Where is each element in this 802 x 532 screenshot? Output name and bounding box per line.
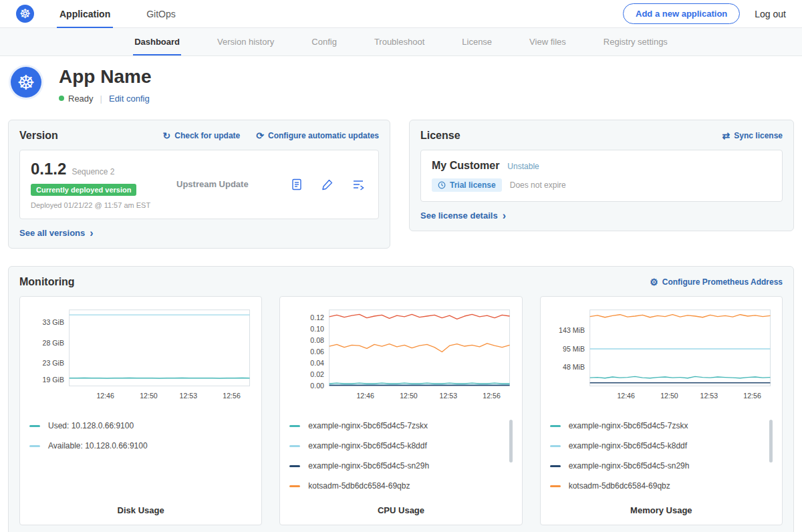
legend-item: example-nginx-5bc6f5d4c5-sn29h xyxy=(549,456,763,476)
svg-text:0.00: 0.00 xyxy=(311,382,325,390)
legend-color-dash xyxy=(29,425,40,427)
add-application-button[interactable]: Add a new application xyxy=(623,3,740,24)
subtab-config[interactable]: Config xyxy=(310,28,338,55)
svg-text:0.06: 0.06 xyxy=(311,348,325,356)
logout-link[interactable]: Log out xyxy=(755,9,786,19)
release-notes-icon[interactable] xyxy=(290,178,303,191)
edit-config-link[interactable]: Edit config xyxy=(109,94,150,104)
subtab-version-history[interactable]: Version history xyxy=(216,28,275,55)
chevron-right-icon: › xyxy=(90,228,93,239)
legend-label: example-nginx-5bc6f5d4c5-k8ddf xyxy=(569,441,687,450)
legend-scrollbar[interactable] xyxy=(769,420,773,462)
deploy-logs-icon[interactable] xyxy=(352,178,365,191)
legend-color-dash xyxy=(550,425,561,427)
svg-text:28 GiB: 28 GiB xyxy=(43,339,64,347)
legend-label: kotsadm-5db6dc6584-69qbz xyxy=(569,481,670,491)
svg-text:12:53: 12:53 xyxy=(700,392,718,400)
svg-text:19 GiB: 19 GiB xyxy=(43,376,64,384)
dashboard-cards-row: Version ↻ Check for update ⟳ Configure a… xyxy=(0,116,802,249)
svg-text:12:53: 12:53 xyxy=(440,392,458,400)
see-all-versions-label: See all versions xyxy=(19,228,85,238)
svg-text:48 MiB: 48 MiB xyxy=(563,364,585,372)
legend-label: Available: 10.128.0.66:9100 xyxy=(48,441,148,450)
memory-usage-chart: 48 MiB95 MiB143 MiB12:4612:5012:5312:56 xyxy=(549,303,774,412)
configure-prometheus-label: Configure Prometheus Address xyxy=(662,277,783,287)
top-nav: ☸ Application GitOps Add a new applicati… xyxy=(0,0,802,28)
customer-name: My Customer xyxy=(432,160,499,172)
legend-label: example-nginx-5bc6f5d4c5-7zskx xyxy=(569,421,688,430)
disk-usage-chart: 19 GiB23 GiB28 GiB33 GiB12:4612:5012:531… xyxy=(28,303,253,412)
legend-label: example-nginx-5bc6f5d4c5-k8ddf xyxy=(308,441,426,450)
charts-row: 19 GiB23 GiB28 GiB33 GiB12:4612:5012:531… xyxy=(19,296,783,525)
legend-item: example-nginx-5bc6f5d4c5-k8ddf xyxy=(549,436,763,456)
legend-label: example-nginx-5bc6f5d4c5-sn29h xyxy=(308,461,429,471)
legend-item: example-nginx-5bc6f5d4c5-7zskx xyxy=(288,416,503,436)
tab-gitops[interactable]: GitOps xyxy=(144,0,178,28)
cpu-usage-chart-card: 0.000.020.040.060.080.100.1212:4612:5012… xyxy=(279,296,522,525)
legend-color-dash xyxy=(29,445,40,447)
monitoring-card: Monitoring ⚙ Configure Prometheus Addres… xyxy=(8,266,794,532)
svg-text:12:46: 12:46 xyxy=(617,392,635,400)
see-license-details-link[interactable]: See license details › xyxy=(420,211,506,221)
status-dot xyxy=(59,96,64,101)
legend-item: kotsadm-5db6dc6584-69qbz xyxy=(288,476,503,496)
svg-text:143 MiB: 143 MiB xyxy=(559,326,585,334)
license-panel: My Customer Unstable Trial license Does … xyxy=(420,150,783,202)
current-version-panel: 0.1.2 Sequence 2 Currently deployed vers… xyxy=(19,150,379,219)
auto-update-icon: ⟳ xyxy=(256,131,264,140)
deployed-version-badge: Currently deployed version xyxy=(31,184,136,196)
clock-icon xyxy=(438,181,446,189)
sync-icon: ⇄ xyxy=(722,131,730,140)
version-card: Version ↻ Check for update ⟳ Configure a… xyxy=(8,120,390,249)
subtab-registry-settings[interactable]: Registry settings xyxy=(602,28,669,55)
svg-text:0.04: 0.04 xyxy=(311,360,325,368)
legend-item: example-nginx-5bc6f5d4c5-sn29h xyxy=(288,456,503,476)
license-card: License ⇄ Sync license My Customer Unsta… xyxy=(409,120,794,232)
legend-color-dash xyxy=(550,465,561,467)
channel-label: Unstable xyxy=(507,162,539,171)
legend-label: Used: 10.128.0.66:9100 xyxy=(48,421,134,430)
check-for-update-label: Check for update xyxy=(174,131,240,140)
version-card-title: Version xyxy=(19,130,58,142)
disk-usage-chart-card: 19 GiB23 GiB28 GiB33 GiB12:4612:5012:531… xyxy=(19,296,262,525)
legend-item: Available: 10.128.0.66:9100 xyxy=(28,436,243,456)
app-sub-nav: Dashboard Version history Config Trouble… xyxy=(0,28,802,56)
page-title: App Name xyxy=(59,67,151,88)
legend-label: kotsadm-5db6dc6584-69qbz xyxy=(308,481,410,491)
deployed-timestamp: Deployed 01/21/22 @ 11:57 am EST xyxy=(31,201,176,209)
license-card-title: License xyxy=(420,130,460,142)
edit-config-icon[interactable] xyxy=(321,178,334,191)
svg-text:12:56: 12:56 xyxy=(743,392,761,400)
configure-automatic-updates-link[interactable]: ⟳ Configure automatic updates xyxy=(256,131,379,140)
sync-license-link[interactable]: ⇄ Sync license xyxy=(722,131,783,140)
status-badge: Ready xyxy=(68,94,94,104)
svg-text:23 GiB: 23 GiB xyxy=(43,360,64,368)
legend-label: example-nginx-5bc6f5d4c5-7zskx xyxy=(308,421,428,430)
svg-text:0.08: 0.08 xyxy=(311,337,325,345)
gear-icon: ⚙ xyxy=(650,277,658,287)
legend-scrollbar[interactable] xyxy=(509,420,513,462)
subtab-troubleshoot[interactable]: Troubleshoot xyxy=(373,28,426,55)
chart-title: Disk Usage xyxy=(28,496,253,515)
svg-text:95 MiB: 95 MiB xyxy=(563,345,585,353)
tab-application[interactable]: Application xyxy=(57,0,113,28)
upstream-update-label: Upstream Update xyxy=(176,179,249,189)
legend-item: example-nginx-5bc6f5d4c5-k8ddf xyxy=(288,436,503,456)
svg-text:12:50: 12:50 xyxy=(400,392,418,400)
configure-automatic-updates-label: Configure automatic updates xyxy=(268,131,379,140)
app-header: ☸ App Name Ready | Edit config xyxy=(0,56,802,116)
svg-text:0.02: 0.02 xyxy=(311,371,325,379)
check-for-update-link[interactable]: ↻ Check for update xyxy=(163,131,241,140)
svg-text:12:56: 12:56 xyxy=(223,392,241,400)
svg-text:0.12: 0.12 xyxy=(311,314,325,322)
sync-license-label: Sync license xyxy=(734,131,783,140)
svg-text:0.10: 0.10 xyxy=(311,325,325,334)
see-all-versions-link[interactable]: See all versions › xyxy=(19,228,94,239)
subtab-view-files[interactable]: View files xyxy=(528,28,567,55)
subtab-dashboard[interactable]: Dashboard xyxy=(133,28,181,55)
divider: | xyxy=(100,94,102,104)
legend-item: Used: 10.128.0.66:9100 xyxy=(28,416,243,436)
chart-title: CPU Usage xyxy=(288,496,513,515)
subtab-license[interactable]: License xyxy=(460,28,493,55)
configure-prometheus-link[interactable]: ⚙ Configure Prometheus Address xyxy=(650,277,783,287)
